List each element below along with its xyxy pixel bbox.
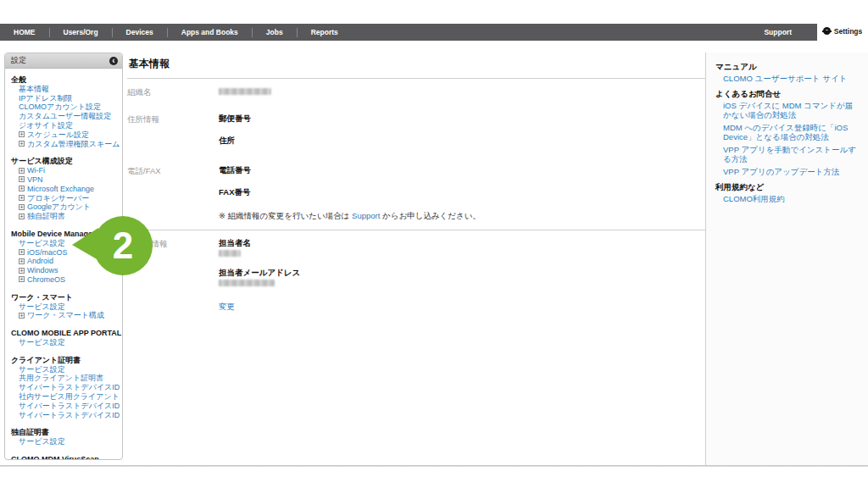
expand-icon[interactable]: +	[19, 276, 25, 282]
collapse-sidebar-icon[interactable]: ‹	[109, 57, 118, 65]
help-link[interactable]: VPP アプリを手動でインストールする方法	[715, 145, 860, 164]
sidebar-item[interactable]: 共用クライアント証明書	[11, 374, 120, 383]
sidebar-item-label: IPアドレス制限	[19, 94, 72, 103]
sidebar-section: 全般基本情報IPアドレス制限CLOMOアカウント設定カスタムユーザー情報設定ジオ…	[11, 75, 120, 148]
sidebar-item[interactable]: サイバートラストデバイスID(pilot)...	[11, 383, 120, 392]
sidebar-item[interactable]: +Wi-Fi	[11, 166, 120, 175]
nav-item-support[interactable]: Support	[752, 28, 804, 36]
sidebar-item[interactable]: サイバートラストデバイスID G3is...	[11, 402, 120, 411]
sidebar-section-heading: ワーク・スマート	[11, 293, 120, 302]
nav-item-devices[interactable]: Devices	[113, 28, 167, 36]
sidebar-item[interactable]: +VPN	[11, 175, 120, 185]
callout-number: 2	[113, 225, 133, 266]
expand-icon[interactable]: +	[19, 176, 25, 182]
field-name: 電話番号	[219, 165, 705, 176]
expand-icon[interactable]: +	[19, 214, 25, 219]
support-link[interactable]: Support	[352, 211, 380, 220]
redacted-org-name-value	[219, 88, 271, 95]
expand-icon[interactable]: +	[19, 268, 25, 274]
sidebar-item-label: スケジュール設定	[27, 130, 89, 139]
sidebar-item[interactable]: +Googleアカウント	[11, 202, 120, 212]
page-bottom-edge	[0, 465, 868, 467]
sidebar-item-label: 基本情報	[19, 85, 49, 93]
sidebar-item[interactable]: サービス設定	[11, 365, 120, 374]
field-name: 郵便番号	[219, 114, 705, 125]
sidebar-item[interactable]: +カスタム管理権限スキーム設定	[11, 140, 120, 149]
help-section-heading: よくあるお問合せ	[715, 89, 860, 99]
sidebar-item[interactable]: IPアドレス制限	[11, 94, 120, 103]
step-callout-balloon: 2	[71, 214, 176, 281]
sidebar-item[interactable]: +プロキシサーバー	[11, 194, 120, 203]
row-values: 郵便番号住所	[219, 114, 705, 158]
sidebar-item[interactable]: サービス設定	[11, 437, 120, 446]
sidebar-item[interactable]: +ワーク・スマート構成	[11, 311, 120, 320]
help-link[interactable]: MDM へのデバイス登録時に「iOS Device」となる場合の対処法	[715, 123, 860, 142]
sidebar-item[interactable]: 基本情報	[11, 85, 120, 94]
help-link[interactable]: iOS デバイスに MDM コマンドが届かない場合の対処法	[715, 101, 860, 120]
row-label: 住所情報	[127, 114, 219, 158]
expand-icon[interactable]: +	[19, 313, 25, 319]
nav-item-jobs[interactable]: Jobs	[253, 28, 297, 36]
sidebar-title: 設定	[11, 55, 26, 66]
sidebar-item-label: ジオサイト設定	[19, 121, 73, 130]
top-nav-bar: HOMEUsers/OrgDevicesApps and BooksJobsRe…	[0, 24, 868, 41]
expand-icon[interactable]: +	[19, 249, 25, 255]
sidebar-item-label: サービス設定	[19, 365, 65, 374]
sidebar-section-heading: 全般	[11, 75, 120, 85]
nav-item-reports[interactable]: Reports	[298, 28, 352, 36]
section-divider	[127, 230, 705, 230]
nav-item-home[interactable]: HOME	[0, 28, 49, 36]
sidebar-item-label: カスタム管理権限スキーム設定	[27, 140, 120, 148]
sidebar-section: サービス構成設定+Wi-Fi+VPN+Microsoft Exchange+プロ…	[11, 157, 120, 221]
sidebar-item[interactable]: サイバートラストデバイスID G3is(...	[11, 411, 120, 420]
sidebar-section-heading: CLOMO MDM VirusScan	[11, 455, 120, 460]
expand-icon[interactable]: +	[19, 204, 25, 210]
nav-item-users-org[interactable]: Users/Org	[50, 28, 112, 36]
row-values: 電話番号FAX番号	[219, 165, 705, 209]
sidebar-item[interactable]: +スケジュール設定	[11, 130, 120, 140]
help-link[interactable]: CLOMO ユーザーサポート サイト	[715, 74, 860, 84]
org-change-note: ※ 組織情報の変更を行いたい場合は Support からお申し込みください。	[219, 211, 705, 222]
form-row: 住所情報郵便番号住所	[127, 114, 705, 158]
change-contact-link[interactable]: 変更	[219, 302, 235, 313]
expand-icon[interactable]: +	[19, 141, 25, 147]
gear-icon	[823, 27, 831, 35]
sidebar-item-label: サービス設定	[19, 338, 65, 347]
expand-icon[interactable]: +	[19, 186, 25, 191]
help-section-heading: 利用規約など	[715, 182, 860, 192]
sidebar-item[interactable]: サービス設定	[11, 338, 120, 347]
sidebar-item[interactable]: 社内サービス用クライアント証明書	[11, 392, 120, 402]
sidebar-item[interactable]: ジオサイト設定	[11, 121, 120, 130]
sidebar-item-label: ワーク・スマート構成	[27, 311, 104, 319]
expand-icon[interactable]: +	[19, 258, 25, 264]
sidebar-item-label: カスタムユーザー情報設定	[19, 112, 111, 120]
expand-icon[interactable]: +	[19, 168, 25, 174]
sidebar-item[interactable]: CLOMOアカウント設定	[11, 103, 120, 112]
tab-settings[interactable]: Settings	[817, 21, 868, 41]
form-row: 電話/FAX電話番号FAX番号	[127, 165, 705, 209]
redacted-value	[219, 280, 275, 286]
sidebar-item-label: 共用クライアント証明書	[19, 374, 103, 382]
expand-icon[interactable]: +	[19, 195, 25, 201]
sidebar-item[interactable]: サービス設定	[11, 302, 120, 312]
sidebar-item-label: サイバートラストデバイスID(pilot)...	[19, 383, 120, 391]
page-title: 基本情報	[127, 53, 705, 79]
sidebar-item[interactable]: カスタムユーザー情報設定	[11, 112, 120, 121]
sidebar-section-heading: 独自証明書	[11, 428, 120, 437]
expand-icon[interactable]: +	[19, 131, 25, 137]
contact-row: 担当者情報 担当者名担当者メールアドレス	[127, 238, 705, 297]
contact-fields: 担当者名担当者メールアドレス	[219, 238, 705, 297]
sidebar-item-label: CLOMOアカウント設定	[19, 103, 101, 111]
field-name: 担当者名	[219, 238, 705, 249]
sidebar-item-label: サービス設定	[19, 239, 65, 247]
sidebar-section: 独自証明書サービス設定	[11, 428, 120, 446]
help-link[interactable]: VPP アプリのアップデート方法	[715, 167, 860, 177]
help-link[interactable]: CLOMO利用規約	[715, 194, 860, 204]
nav-item-apps-and-books[interactable]: Apps and Books	[168, 28, 252, 36]
sidebar-section: ワーク・スマートサービス設定+ワーク・スマート構成	[11, 293, 120, 320]
row-label: 組織名	[127, 86, 219, 106]
row-label: 電話/FAX	[127, 165, 219, 209]
sidebar-item-label: 独自証明書	[27, 212, 65, 220]
sidebar-item[interactable]: +Microsoft Exchange	[11, 185, 120, 194]
sidebar-item-label: Wi-Fi	[27, 166, 45, 175]
